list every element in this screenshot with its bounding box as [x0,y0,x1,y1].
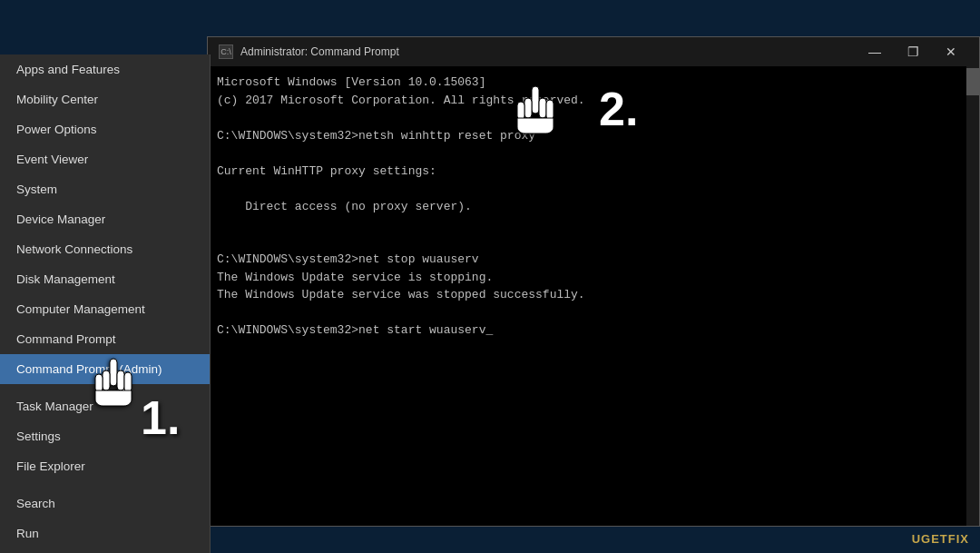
cursor-annotation-1 [86,354,141,419]
svg-rect-5 [532,86,539,114]
watermark: UGETFIX [912,532,969,546]
menu-item-search[interactable]: Search [0,489,210,518]
menu-item-label-system: System [16,183,57,196]
annotation-label-2: 2. [599,82,638,136]
menu-item-label-command-prompt: Command Prompt [16,332,116,346]
cmd-window: C:\ Administrator: Command Prompt — ❐ ✕ … [207,36,980,527]
menu-item-label-run: Run [16,527,39,540]
svg-rect-9 [517,102,524,120]
cmd-title: Administrator: Command Prompt [240,45,850,58]
menu-item-run[interactable]: Run [0,518,210,548]
cmd-icon: C:\ [219,44,233,59]
menu-item-mobility-center[interactable]: Mobility Center [0,84,210,114]
menu-item-label-network-connections: Network Connections [16,242,132,256]
menu-item-shutdown-sign-out[interactable]: Shut down or sign out› [0,548,210,553]
svg-rect-2 [124,372,132,392]
svg-rect-8 [524,98,532,118]
menu-item-apps-features[interactable]: Apps and Features [0,54,210,84]
menu-item-command-prompt[interactable]: Command Prompt [0,324,210,354]
menu-item-label-power-options: Power Options [16,123,97,136]
cursor-annotation-2 [508,82,563,147]
svg-rect-6 [539,98,546,118]
menu-item-label-settings: Settings [16,430,61,443]
menu-item-device-manager[interactable]: Device Manager [0,204,210,234]
menu-item-system[interactable]: System [0,174,210,204]
minimize-button[interactable]: — [854,37,896,66]
cmd-titlebar: C:\ Administrator: Command Prompt — ❐ ✕ [208,37,979,66]
svg-rect-0 [110,359,117,386]
menu-item-label-disk-management: Disk Management [16,272,115,286]
menu-item-event-viewer[interactable]: Event Viewer [0,144,210,174]
annotation-label-1: 1. [141,390,180,445]
menu-item-label-apps-features: Apps and Features [16,63,120,76]
menu-item-network-connections[interactable]: Network Connections [0,234,210,264]
menu-item-label-computer-management: Computer Management [16,302,145,316]
menu-item-label-task-manager: Task Manager [16,400,93,413]
cmd-scrollbar-thumb [966,68,979,95]
svg-rect-7 [546,100,554,120]
context-menu: Apps and FeaturesMobility CenterPower Op… [0,54,211,553]
cmd-controls: — ❐ ✕ [858,41,968,63]
svg-rect-4 [95,374,103,392]
svg-rect-3 [103,370,110,390]
svg-rect-1 [117,370,124,390]
menu-item-label-mobility-center: Mobility Center [16,93,98,106]
menu-item-computer-management[interactable]: Computer Management [0,294,210,324]
menu-item-label-event-viewer: Event Viewer [16,153,88,166]
cmd-scrollbar[interactable] [966,66,979,526]
menu-item-file-explorer[interactable]: File Explorer [0,451,210,481]
menu-item-label-device-manager: Device Manager [16,212,105,226]
menu-item-label-search: Search [16,497,55,510]
restore-button[interactable]: ❐ [892,37,934,66]
menu-item-power-options[interactable]: Power Options [0,114,210,144]
menu-item-disk-management[interactable]: Disk Management [0,264,210,294]
menu-item-label-file-explorer: File Explorer [16,459,85,473]
cmd-content: Microsoft Windows [Version 10.0.15063] (… [217,74,970,340]
cmd-body: Microsoft Windows [Version 10.0.15063] (… [208,66,979,526]
close-button[interactable]: ✕ [930,37,972,66]
